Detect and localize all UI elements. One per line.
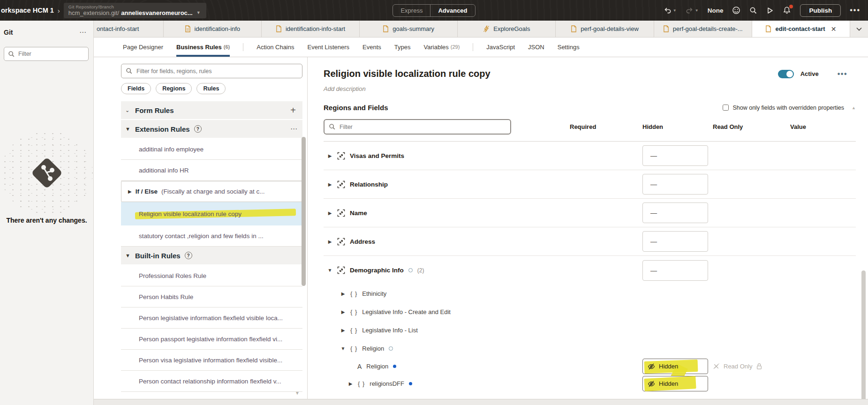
collapse-arrow-icon[interactable]: ▼	[327, 268, 332, 273]
chip-regions[interactable]: Regions	[156, 83, 192, 94]
rule-description-placeholder[interactable]: Add description	[324, 85, 856, 92]
search-button[interactable]	[749, 7, 757, 15]
expand-arrow-icon[interactable]: ▶	[327, 239, 332, 244]
help-icon[interactable]: ?	[194, 125, 202, 133]
tab-overflow-button[interactable]	[850, 21, 868, 37]
expand-arrow-icon[interactable]: ▶	[348, 381, 353, 386]
expand-arrow-icon[interactable]: ▶	[340, 309, 346, 315]
tab-goals-summary[interactable]: goals-summary	[360, 21, 458, 37]
redo-button[interactable]: ▼	[686, 7, 699, 14]
sandbox-selector[interactable]: None	[708, 7, 724, 14]
subtab-settings[interactable]: Settings	[558, 38, 580, 57]
close-tab-icon[interactable]: ✕	[831, 25, 837, 33]
hidden-value-input[interactable]: —	[642, 145, 708, 166]
tab-edit-contact-start[interactable]: edit-contact-start ✕	[752, 21, 850, 37]
rule-item[interactable]: Professional Roles Rule	[121, 265, 302, 286]
tab-identification-info-start[interactable]: identification-info-start	[262, 21, 360, 37]
git-filter-input[interactable]	[18, 51, 84, 57]
triangle-down-icon: ▼	[125, 253, 131, 258]
tab-contact-info-start[interactable]: ontact-info-start	[94, 21, 164, 37]
rules-scrollbar[interactable]	[302, 137, 306, 286]
builtin-rules-section-header[interactable]: ▼ Built-in Rules ?	[121, 247, 302, 264]
extension-rules-section-header[interactable]: ▼ Extension Rules ? ⋯	[121, 120, 302, 138]
collapse-caret-icon[interactable]: ▲	[852, 105, 856, 110]
scroll-down-icon[interactable]: ▼	[295, 390, 300, 396]
tab-perf-goal-details-view[interactable]: perf-goal-details-view	[556, 21, 654, 37]
rule-item[interactable]: additional info HR	[121, 160, 302, 181]
rule-item[interactable]: Person Habits Rule	[121, 286, 302, 308]
expand-arrow-icon[interactable]: ▶	[340, 328, 346, 333]
hidden-value-input[interactable]: —	[642, 260, 708, 281]
subtab-javascript[interactable]: JavaScript	[486, 38, 515, 57]
subtab-business-rules[interactable]: Business Rules(6)	[176, 38, 230, 57]
form-rules-section-header[interactable]: ⌄ Form Rules +	[121, 101, 302, 119]
rule-item[interactable]: Person legislative information flexfield…	[121, 308, 302, 329]
tab-label: ontact-info-start	[97, 25, 139, 32]
preview-button[interactable]	[766, 7, 774, 15]
rules-filter-input[interactable]	[136, 68, 298, 75]
horizontal-scrollbar-track[interactable]	[94, 399, 868, 405]
subtab-variables[interactable]: Variables(29)	[424, 38, 460, 57]
rule-label: Person Habits Rule	[139, 293, 193, 300]
add-rule-button[interactable]: +	[290, 105, 298, 116]
chip-rules[interactable]: Rules	[196, 83, 226, 94]
tab-exploregoals[interactable]: ExploreGoals	[458, 21, 556, 37]
editor-scrollbar[interactable]	[861, 270, 866, 402]
express-mode-button[interactable]: Express	[393, 5, 430, 16]
undo-menu-caret-icon[interactable]: ▼	[673, 8, 677, 13]
field-group-name: Legislative Info - List	[362, 327, 418, 334]
subtab-types[interactable]: Types	[394, 38, 411, 57]
text-field-icon: A	[357, 363, 362, 370]
rule-title[interactable]: Religion visible localization rule copy	[324, 68, 491, 79]
rule-item[interactable]: additinal info employee	[121, 139, 302, 160]
subtab-action-chains[interactable]: Action Chains	[257, 38, 294, 57]
expand-arrow-icon[interactable]: ▶	[340, 291, 346, 296]
tab-perf-goal-details-create[interactable]: perf-goal-details-create-...	[654, 21, 752, 37]
active-toggle[interactable]	[778, 70, 794, 78]
region-name: Demographic Info	[350, 267, 404, 274]
rule-item-if-else[interactable]: ▶ If / Else (Fiscally at charge and soci…	[121, 181, 302, 202]
feedback-button[interactable]	[732, 6, 740, 15]
undo-button[interactable]: ▼	[664, 7, 677, 14]
chip-fields[interactable]: Fields	[121, 83, 151, 94]
collapse-arrow-icon[interactable]: ▼	[340, 346, 346, 351]
rule-item[interactable]: Person visa legislative information flex…	[121, 350, 302, 371]
regions-fields-title: Regions and Fields	[324, 104, 388, 112]
expand-arrow-icon[interactable]: ▶	[327, 153, 332, 158]
subtab-label: JavaScript	[486, 44, 515, 51]
fields-filter-input[interactable]	[340, 124, 506, 130]
git-panel-menu[interactable]: ⋯	[79, 28, 87, 37]
rule-item[interactable]: Person contact relationship information …	[121, 371, 302, 392]
subtab-event-listeners[interactable]: Event Listeners	[308, 38, 350, 57]
eye-slash-icon	[648, 363, 655, 370]
redo-menu-caret-icon[interactable]: ▼	[695, 8, 699, 13]
hidden-toggle-button[interactable]: Hidden	[642, 376, 708, 391]
triangle-right-icon[interactable]: ▶	[128, 189, 132, 194]
rule-item[interactable]: Person passport legislative information …	[121, 329, 302, 350]
expand-arrow-icon[interactable]: ▶	[327, 182, 332, 187]
workspace-name[interactable]: orkspace HCM 1	[1, 7, 54, 14]
subtab-json[interactable]: JSON	[528, 38, 544, 57]
rule-item-selected[interactable]: Religion visible localization rule copy	[121, 202, 302, 225]
read-only-toggle-disabled[interactable]: Read Only	[713, 363, 790, 370]
expand-arrow-icon[interactable]: ▶	[327, 210, 332, 216]
subtab-page-designer[interactable]: Page Designer	[123, 38, 163, 57]
hidden-value-input[interactable]: —	[642, 231, 708, 252]
hidden-value-input[interactable]: —	[642, 174, 708, 195]
chevron-down-icon: ⌄	[125, 107, 131, 113]
extension-rules-menu[interactable]: ⋯	[290, 125, 298, 133]
advanced-mode-button[interactable]: Advanced	[430, 5, 475, 16]
topbar-overflow-menu[interactable]: •••	[850, 6, 860, 15]
rule-menu[interactable]: •••	[838, 70, 847, 78]
hidden-value-input[interactable]: —	[642, 202, 708, 223]
notifications-button[interactable]	[783, 6, 791, 15]
subtab-events[interactable]: Events	[362, 38, 381, 57]
rule-item[interactable]: statutory contact ,religion and few fiel…	[121, 225, 302, 247]
tab-identification-info[interactable]: identification-info	[164, 21, 262, 37]
help-icon[interactable]: ?	[185, 252, 192, 259]
table-row: ▶ Relationship —	[324, 170, 856, 199]
region-icon	[337, 238, 345, 246]
publish-button[interactable]: Publish	[800, 4, 841, 17]
git-branch-selector[interactable]: Git Repository/Branch hcm_extension.git/…	[64, 3, 206, 18]
overridden-checkbox[interactable]	[723, 105, 729, 111]
